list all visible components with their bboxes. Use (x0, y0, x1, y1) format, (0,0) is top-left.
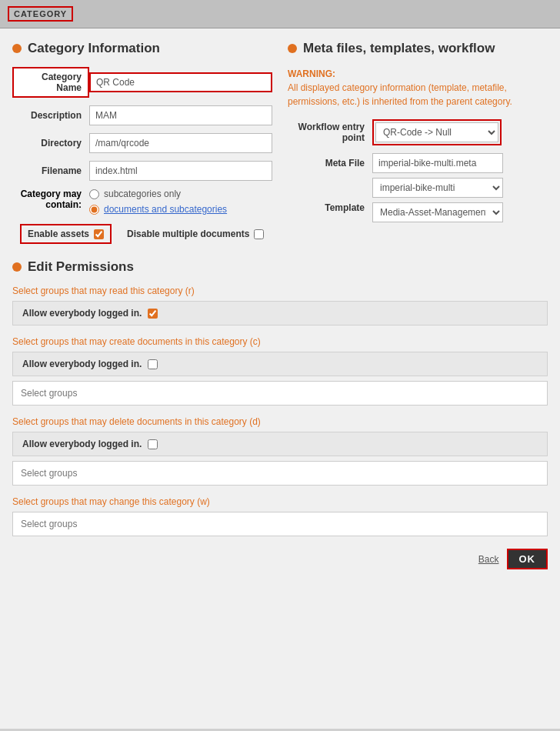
header-bar: CATEGORY (0, 0, 560, 28)
warning-title: WARNING: (288, 68, 335, 79)
permission-group-create: Select groups that may create documents … (12, 336, 548, 406)
category-name-row: Category Name (12, 67, 272, 98)
perm-read-allow-label: Allow everybody logged in. (22, 308, 142, 319)
template-select[interactable]: Media-Asset-Management (i (372, 202, 503, 222)
permission-group-change: Select groups that may change this categ… (12, 496, 548, 536)
permissions-section: Edit Permissions Select groups that may … (12, 259, 548, 536)
perm-delete-groups-input[interactable] (12, 461, 548, 486)
perm-create-groups-input[interactable] (12, 381, 548, 406)
category-header-label: CATEGORY (8, 6, 73, 22)
permissions-title: Edit Permissions (12, 259, 548, 275)
permission-group-read: Select groups that may read this categor… (12, 285, 548, 325)
category-name-input[interactable] (89, 72, 272, 92)
disable-multiple-label: Disable multiple documents (127, 229, 249, 239)
workflow-row: Workflow entry point QR-Code -> Null Non… (288, 119, 548, 145)
category-may-contain-row: Category may contain: subcategories only… (12, 189, 272, 215)
description-input[interactable] (89, 105, 272, 125)
perm-change-label: Select groups that may change this categ… (12, 496, 548, 507)
meta-select-row: imperial-bike-multi (288, 178, 548, 198)
perm-create-label: Select groups that may create documents … (12, 336, 548, 347)
meta-select[interactable]: imperial-bike-multi (372, 178, 503, 198)
enable-assets-row: Enable assets Disable multiple documents (20, 224, 272, 244)
warning-block: WARNING: All displayed category informat… (288, 67, 548, 108)
orange-dot-right (288, 44, 297, 53)
perm-change-groups-input[interactable] (12, 512, 548, 536)
main-content: Category Information Category Name Descr… (0, 28, 560, 729)
radio-documents-option[interactable]: documents and subcategories (89, 204, 227, 215)
radio-subcategories-option[interactable]: subcategories only (89, 189, 227, 199)
category-name-label: Category Name (12, 67, 89, 98)
perm-create-allow-label: Allow everybody logged in. (22, 359, 142, 369)
radio-subcategories[interactable] (89, 189, 99, 199)
enable-assets-checkbox[interactable] (94, 229, 104, 239)
meta-file-row: Meta File (288, 153, 548, 173)
category-may-contain-label: Category may contain: (12, 189, 89, 210)
radio-documents[interactable] (89, 205, 99, 215)
directory-row: Directory (12, 133, 272, 153)
category-info-column: Category Information Category Name Descr… (12, 41, 272, 244)
perm-delete-label: Select groups that may delete documents … (12, 416, 548, 427)
template-row: Template Media-Asset-Management (i (288, 202, 548, 222)
ok-button[interactable]: OK (507, 549, 548, 569)
warning-body: All displayed category information (temp… (288, 82, 512, 107)
category-info-title: Category Information (12, 41, 272, 56)
workflow-label: Workflow entry point (288, 122, 372, 143)
meta-file-input[interactable] (372, 153, 503, 173)
template-label: Template (288, 202, 372, 213)
filename-label: Filename (12, 165, 89, 176)
description-row: Description (12, 105, 272, 125)
back-link[interactable]: Back (478, 554, 499, 565)
perm-create-checkbox[interactable] (148, 359, 158, 369)
documents-label: documents and subcategories (104, 204, 227, 215)
workflow-highlight-box: QR-Code -> Null None (372, 119, 502, 145)
permission-group-delete: Select groups that may delete documents … (12, 416, 548, 486)
directory-label: Directory (12, 138, 89, 149)
description-label: Description (12, 110, 89, 121)
perm-read-checkbox[interactable] (148, 309, 158, 319)
perm-read-label: Select groups that may read this categor… (12, 285, 548, 296)
disable-multiple-item[interactable]: Disable multiple documents (127, 229, 264, 239)
enable-assets-item[interactable]: Enable assets (20, 224, 112, 244)
subcategories-label: subcategories only (104, 189, 181, 199)
disable-multiple-checkbox[interactable] (254, 229, 264, 239)
perm-create-allow-row: Allow everybody logged in. (12, 352, 548, 376)
perm-delete-checkbox[interactable] (148, 439, 158, 449)
bottom-bar: Back OK (12, 549, 548, 569)
meta-workflow-column: Meta files, templates, workflow WARNING:… (288, 41, 548, 244)
filename-row: Filename (12, 161, 272, 181)
perm-delete-allow-label: Allow everybody logged in. (22, 439, 142, 449)
meta-workflow-title: Meta files, templates, workflow (288, 41, 548, 56)
two-col-layout: Category Information Category Name Descr… (12, 41, 548, 244)
meta-file-label: Meta File (288, 158, 372, 169)
perm-read-allow-row: Allow everybody logged in. (12, 301, 548, 325)
orange-dot-left (12, 44, 22, 53)
radio-options: subcategories only documents and subcate… (89, 189, 227, 215)
enable-assets-label: Enable assets (28, 229, 89, 239)
orange-dot-permissions (12, 262, 22, 272)
perm-delete-allow-row: Allow everybody logged in. (12, 432, 548, 456)
filename-input[interactable] (89, 161, 272, 181)
directory-input[interactable] (89, 133, 272, 153)
workflow-select[interactable]: QR-Code -> Null None (375, 122, 498, 142)
